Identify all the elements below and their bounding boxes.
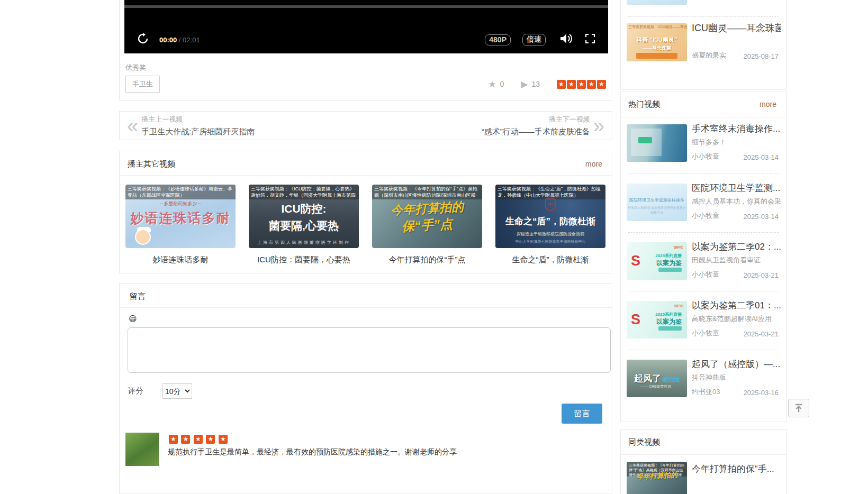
video-thumbnail[interactable]: 三等奖获奖视频：《妙语连珠话多耐》周嵛云、李亚喆（东部战区空军医院） ～多重耐药… [125,185,236,248]
thumbnail-caption: 三等奖获奖视频：《ICU防控：菌要隔，心要热》谢妙筠，胡文静，华银（同济大学附属… [249,185,359,199]
thumbnail-headline: 2025系列直播 [655,253,682,259]
sidebar-video-item[interactable]: S SIFIC 2025系列直播 以案为鉴 以案为鉴第二季01：... 高晓东&… [621,301,786,339]
uploader-video-card[interactable]: 三等奖获奖视频：《ICU防控：菌要隔，心要热》谢妙筠，胡文静，华银（同济大学附属… [249,185,359,265]
thumbnail-headline: 科普 “ICU幽灵” [627,36,687,44]
uploader-videos-more-link[interactable]: more [585,160,602,168]
rating-star-icon: ★ [587,80,596,89]
sidebar-video-item[interactable]: 三等奖获奖视频：《今年打算拍的保“手”点》吴艳妮（深圳市南山区慢性病防治院/深圳… [621,462,786,494]
uploader-video-card[interactable]: 三等奖获奖视频：《生命之“盾”，防微杜渐》彭祖龙，孙彦峰（中山大学附属第七医院）… [495,185,605,265]
upload-date: 2025-03-14 [744,213,779,221]
video-title[interactable]: 起风了（感控版）—... [692,358,781,370]
favorite-star-icon: ★ [488,79,496,90]
thumbnail-strip: 三等奖获奖视频：《妙语连珠话多耐》周嵛云、李亚喆（东部战区空军医院） ～多重耐药… [125,185,605,265]
video-title[interactable]: 以案为鉴第二季02：... [692,241,781,253]
sidebar-video-item[interactable]: S SIFIC 2025系列直播 以案为鉴 以案为鉴第二季02：... 田靓从卫… [621,242,786,280]
speed-button[interactable]: 倍速 [522,34,546,46]
seek-bar[interactable] [124,5,608,8]
rating-star-icon: ★ [169,435,178,444]
video-player[interactable]: 00:00 / 02:01 480P 倍速 [124,0,608,53]
scroll-to-top-button[interactable] [788,399,809,417]
video-title[interactable]: ICU防控：菌要隔，心要热 [249,255,359,265]
video-thumbnail[interactable]: 三等奖获奖视频：《ICU防控：菌要隔，心要热》谢妙筠，胡文静，华银（同济大学附属… [249,185,359,248]
thumbnail-headline: 以案为鉴 [656,259,682,268]
uploader-name: 小小牧童 [692,211,719,221]
shield-icon: 中 [545,198,556,211]
video-thumbnail[interactable]: S SIFIC 2025系列直播 以案为鉴 [627,242,687,280]
similar-videos-panel: 同类视频 三等奖获奖视频：《今年打算拍的保“手”点》吴艳妮（深圳市南山区慢性病防… [620,429,786,494]
video-thumbnail[interactable]: 三等奖获奖视频：《生命之“盾”，防微杜渐》彭祖龙，孙彦峰（中山大学附属第七医院）… [495,185,605,248]
uploader-videos-panel: 播主其它视频 more 三等奖获奖视频：《妙语连珠话多耐》周嵛云、李亚喆（东部战… [119,151,612,273]
prev-next-nav: « 播主上一视频 手卫生大作战:产房细菌歼灭指南 播主下一视频 “感术”行动——… [119,111,612,140]
submit-comment-button[interactable]: 留言 [562,404,602,424]
video-thumbnail[interactable]: 三等奖获奖视频：《今年打算拍的保“手”点》吴艳妮（深圳市南山区慢性病防治院/深圳… [627,462,687,494]
thumbnail-caption: 三等奖获奖视频：《今年打算拍的保“手”点》吴艳妮（深圳市南山区慢性病防治院/深圳… [372,185,482,199]
thumbnail-headline: ICU防控: [249,202,359,216]
quality-button[interactable]: 480P [485,34,511,45]
sific-logo: SIFIC [674,245,683,249]
hot-videos-heading: 热门视频 [628,99,660,109]
video-title[interactable]: 以案为鉴第二季01：... [692,299,781,312]
next-chevrons-icon: » [590,118,608,134]
comments-panel: 留言 😄 评分 10分 留言 ★ ★ ★ ★ ★ 规范执行手卫生是最简单，最经济… [119,283,612,494]
video-title[interactable]: 医院环境卫生学监测... [692,182,781,194]
volume-icon[interactable] [559,33,573,47]
uploader-name: 小小牧童 [692,328,719,338]
video-thumbnail[interactable] [627,124,687,162]
rating-label: 评分 [128,386,143,396]
replay-icon[interactable] [137,33,149,47]
upload-date: 2025-03-21 [744,330,779,338]
view-stat: ▶ 13 [521,79,540,90]
fullscreen-icon[interactable] [585,33,595,46]
sidebar-video-item[interactable]: 医院环境卫生学监测采样操作 经常采人和环境 却忽视环境管理的质量控制核手点 医院… [621,184,786,221]
uploader-name: 小小牧童 [692,152,719,161]
video-thumbnail[interactable]: 三等奖获奖视频 《ICU幽灵——耳念珠菌》 马达梅 (广州医院) 科普 “ICU… [627,23,687,61]
video-thumbnail[interactable]: S SIFIC 2025系列直播 以案为鉴 [627,301,687,339]
prev-video-link[interactable]: « 播主上一视频 手卫生大作战:产房细菌歼灭指南 [124,115,255,137]
thumbnail-headline: 起风了 [634,372,661,385]
video-desc: 田靓从卫监视角看审证 [692,255,781,265]
sidebar-video-item[interactable]: 三等奖获奖视频 《ICU幽灵——耳念珠菌》 马达梅 (广州医院) 科普 “ICU… [621,23,786,61]
favorite-stat[interactable]: ★ 0 [488,79,504,90]
rating-select[interactable]: 10分 [162,383,192,399]
video-thumbnail[interactable]: 医院环境卫生学监测采样操作 经常采人和环境 却忽视环境管理的质量控制核手点 [627,184,687,221]
favorite-count: 0 [500,80,504,88]
thumbnail-art [638,137,652,143]
comment-textarea[interactable] [128,327,611,373]
thumbnail-headline: 2025系列直播 [655,312,682,317]
sidebar-video-item[interactable]: 起风了 感控版 —— CRBSI零容忍 起风了（感控版）—... 抖音神曲版 约… [621,360,786,397]
video-thumbnail[interactable]: 三等奖获奖视频：《今年打算拍的保“手”点》吴艳妮（深圳市南山区慢性病防治院/深圳… [372,185,482,248]
video-desc: 细节多多！ [692,138,781,147]
sific-logo: SIFIC [674,304,683,308]
rating-star-icon: ★ [557,80,566,89]
thumbnail-headline: 感控版 [663,376,680,383]
video-title[interactable]: 今年打算拍的保“手”点 [372,255,482,265]
uploader-video-card[interactable]: 三等奖获奖视频：《今年打算拍的保“手”点》吴艳妮（深圳市南山区慢性病防治院/深圳… [372,185,482,265]
video-title[interactable]: 手术室终末消毒操作... [692,123,781,135]
video-title[interactable]: 妙语连珠话多耐 [125,255,236,265]
thumbnail-logo: S [631,312,640,328]
video-title[interactable]: 生命之“盾”，防微杜渐 [495,255,605,265]
comment-rating-stars: ★ ★ ★ ★ ★ [168,434,457,444]
next-video-link[interactable]: 播主下一视频 “感术”行动——手术前皮肤准备 » [482,115,608,137]
prev-video-label: 播主上一视频 [141,115,255,124]
recent-videos-panel: 三等奖获奖视频 《ICU幽灵——耳念珠菌》 马达梅 (广州医院) 科普 “ICU… [620,0,786,90]
rating-star-icon: ★ [181,435,190,444]
thumbnail-headline: 医院环境卫生学监测采样操作 [627,197,687,203]
video-thumbnail[interactable]: 起风了 感控版 —— CRBSI零容忍 [627,360,687,397]
tag-button[interactable]: 手卫生 [125,76,160,93]
emoji-picker-icon[interactable]: 😄 [129,314,137,324]
video-thumbnail[interactable] [627,0,687,5]
time-divider: / [177,36,183,44]
prev-chevrons-icon: « [124,118,141,134]
thumbnail-headline: 以案为鉴 [656,317,682,326]
thumbnail-subline: 探秘造血干细胞移植院感防控全流程 [495,231,605,237]
video-title[interactable]: 今年打算拍的保“手... [692,463,781,475]
tag-row: 手卫生 ★ 0 ▶ 13 ★ ★ ★ ★ ★ [125,75,606,93]
prev-video-title: 手卫生大作战:产房细菌歼灭指南 [141,127,255,137]
sidebar-video-item[interactable]: 手术室终末消毒操作... 细节多多！ 小小牧童 2025-03-14 [621,124,786,162]
uploader-video-card[interactable]: 三等奖获奖视频：《妙语连珠话多耐》周嵛云、李亚喆（东部战区空军医院） ～多重耐药… [125,185,236,265]
thumbnail-tagline: ～多重耐药知多少～ [125,200,236,207]
hot-videos-more-link[interactable]: more [760,100,776,108]
uploader-name: 小小牧童 [692,270,719,279]
video-title[interactable]: ICU幽灵——耳念珠菌 [692,22,781,34]
